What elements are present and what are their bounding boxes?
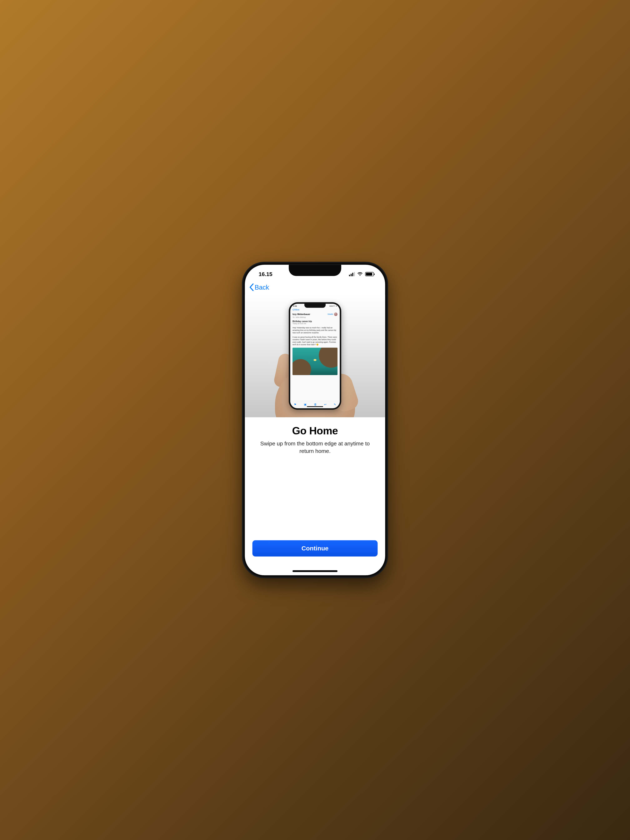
screen: 16.15 Back <box>245 265 385 575</box>
illustration-details-label: Details <box>328 313 333 316</box>
nav-bar: Back <box>245 280 385 295</box>
home-indicator[interactable] <box>292 570 338 572</box>
tutorial-illustration: 9:41 ●●● ᯤ ▮ Inbox ˄ ˅ Izzy Weberbauer <box>245 295 385 417</box>
back-button[interactable]: Back <box>249 284 269 291</box>
illustration-status-time: 9:41 <box>293 305 297 307</box>
status-time: 16.15 <box>259 271 272 277</box>
illustration-email-image <box>292 347 338 375</box>
device-frame: 16.15 Back <box>242 262 388 578</box>
chevron-left-icon <box>249 284 254 291</box>
compose-icon: ✎ <box>334 403 336 406</box>
illustration-status-icons: ●●● ᯤ ▮ <box>329 305 337 307</box>
trash-icon: 🗑 <box>314 403 317 406</box>
folder-icon: ▣ <box>304 403 307 406</box>
notch <box>289 265 341 276</box>
reply-icon: ↩ <box>324 403 327 406</box>
page-subtitle: Swipe up from the bottom edge at anytime… <box>257 440 373 455</box>
illustration-home-indicator <box>307 406 323 407</box>
page-title: Go Home <box>292 425 338 437</box>
illustration-toolbar: ⚑ ▣ 🗑 ↩ ✎ <box>290 401 340 408</box>
illustration-to: To: John Bishop <box>292 316 338 318</box>
continue-button[interactable]: Continue <box>252 540 377 556</box>
cellular-signal-icon <box>349 272 355 276</box>
footer: Continue <box>245 540 385 575</box>
illustration-date: Today at 9:06 AM <box>292 323 338 325</box>
tutorial-content: Go Home Swipe up from the bottom edge at… <box>245 417 385 540</box>
illustration-subject: Birthday canoe trip <box>292 320 338 323</box>
illustration-body-2: It was so great having all the family th… <box>292 336 338 346</box>
flag-icon: ⚑ <box>294 403 297 406</box>
illustration-from: Izzy Weberbauer <box>292 313 310 316</box>
illustration-nav-arrows: ˄ ˅ <box>335 308 338 311</box>
avatar-icon <box>334 313 338 316</box>
battery-icon <box>365 272 374 276</box>
illustration-body-1: Hey! Yesterday was so much fun. I really… <box>292 327 338 334</box>
illustration-inbox-back: Inbox <box>292 308 299 311</box>
illustration-phone: 9:41 ●●● ᯤ ▮ Inbox ˄ ˅ Izzy Weberbauer <box>289 302 341 410</box>
wifi-icon <box>357 272 363 276</box>
back-label: Back <box>254 284 269 291</box>
